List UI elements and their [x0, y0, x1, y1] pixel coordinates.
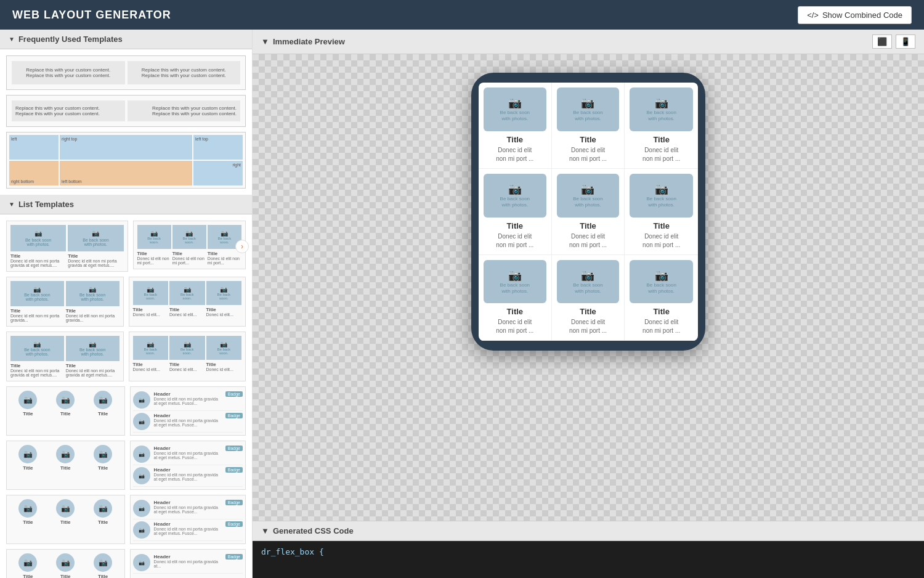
list-tmpl-circle-b[interactable]: 📷Title 📷Title 📷Title	[6, 441, 125, 490]
preview-label: Immediate Preview	[273, 37, 345, 46]
camera-icon-phone-6: 📷	[508, 269, 522, 282]
camera-icon-phone-4: 📷	[581, 182, 594, 196]
main-layout: ▼ Frequently Used Templates Replace this…	[0, 30, 924, 578]
template-2[interactable]: Replace this with your custom content.Re…	[6, 95, 246, 127]
list-item-2: 📷 Header Donec id elit non mi porta grav…	[133, 411, 243, 433]
list-content-d1: HeaderDonec id elit non mi porta gravida…	[154, 554, 222, 568]
phone-card-title-0: Title	[484, 135, 546, 144]
phone-card-grid: 📷 Be back soonwith photos. Title Donec i…	[479, 83, 698, 341]
list-tmpl-2col-b[interactable]: 📷 Be back soonwith photos. 📷 Be back soo…	[6, 277, 124, 327]
chevron-down-icon: ▼	[9, 36, 15, 43]
list-tmpl-2col[interactable]: 📷 Be back soonwith photos. 📷 Be back soo…	[6, 221, 128, 272]
list-tmpl-headers[interactable]: 📷 Header Donec id elit non mi porta grav…	[130, 386, 246, 436]
css-code: dr_flex_box {	[253, 541, 924, 578]
camera-icon-c1: 📷	[23, 396, 33, 404]
list-row-1: 📷 Be back soonwith photos. 📷 Be back soo…	[6, 221, 246, 272]
phone-card-5: 📷 Be back soonwith photos. Title Donec i…	[625, 169, 698, 255]
mobile-icon: 📱	[901, 37, 910, 46]
mini-card-2: 📷 Be back soonwith photos.	[68, 225, 123, 251]
phone-screen: 📷 Be back soonwith photos. Title Donec i…	[479, 83, 698, 341]
list-header-1: Header	[154, 391, 222, 397]
list-tmpl-2col-c[interactable]: 📷Be back soonwith photos. 📷Be back soonw…	[6, 332, 124, 381]
list-templates-header[interactable]: ▼ List Templates	[0, 195, 252, 214]
camera-icon-d3: 📷	[99, 558, 108, 567]
mobile-view-button[interactable]: 📱	[896, 35, 915, 49]
list-tmpl-headers-b[interactable]: 📷 HeaderDonec id elit non mi porta gravi…	[130, 441, 246, 490]
list-content-c1: HeaderDonec id elit non mi porta gravida…	[154, 500, 222, 514]
list-row-7: 📷Title 📷Title 📷Title 📷 HeaderDonec id el…	[6, 549, 246, 578]
phone-card-body-1: Donec id elitnon mi port ...	[557, 146, 620, 163]
t3-right-bottom: right bottom	[9, 161, 59, 185]
phone-img-text-0: Be back soonwith photos.	[500, 110, 530, 123]
camera-icon-7: 📷	[68, 286, 117, 293]
list-item-1: 📷 Header Donec id elit non mi porta grav…	[133, 389, 243, 411]
camera-icon-5: 📷	[210, 230, 239, 237]
list-tmpl-3col[interactable]: 📷 Be backsoon. 📷 Be backsoon. 📷 Be backs…	[133, 221, 246, 269]
list-icon-1: 📷	[133, 391, 150, 409]
phone-img-1: 📷 Be back soonwith photos.	[557, 88, 620, 131]
phone-img-5: 📷 Be back soonwith photos.	[630, 174, 693, 218]
mini-card-9: 📷Be backsoon.	[169, 281, 205, 305]
list-tmpl-circle-d[interactable]: 📷Title 📷Title 📷Title	[6, 549, 125, 578]
right-panel: ▼ Immediate Preview ⬛ 📱	[253, 30, 924, 578]
list-badge-1: Badge	[225, 391, 243, 397]
phone-img-6: 📷 Be back soonwith photos.	[484, 260, 546, 304]
list-header-2: Header	[154, 413, 222, 418]
list-templates-label: List Templates	[18, 200, 74, 209]
list-badge-2: Badge	[225, 413, 243, 418]
phone-mockup: 📷 Be back soonwith photos. Title Donec i…	[471, 73, 705, 351]
list-badge-d1: Badge	[225, 554, 243, 560]
list-content-b1: HeaderDonec id elit non mi porta gravida…	[154, 446, 222, 460]
list-badge-c3: Badge	[225, 521, 243, 527]
mini-card-14: 📷Be backsoon.	[169, 336, 205, 360]
css-header[interactable]: ▼ Generated CSS Code	[253, 521, 924, 541]
left-panel: ▼ Frequently Used Templates Replace this…	[0, 30, 253, 578]
template-3[interactable]: left right top left top right bottom lef…	[6, 132, 246, 189]
mini-card-15: 📷Be backsoon.	[206, 336, 242, 360]
next-arrow-button[interactable]: ›	[235, 240, 249, 253]
circle-card-3: 📷 Title	[86, 391, 121, 417]
css-section: ▼ Generated CSS Code dr_flex_box {	[253, 521, 924, 578]
circle-card-b1: 📷Title	[10, 445, 46, 471]
list-tmpl-3col-c[interactable]: 📷Be backsoon. 📷Be backsoon. 📷Be backsoon…	[129, 332, 246, 381]
camera-icon-phone-1: 📷	[581, 96, 594, 110]
list-with-header-d: 📷 HeaderDonec id elit non mi porta gravi…	[133, 552, 243, 574]
chevron-down-icon-2: ▼	[9, 201, 15, 208]
mini-card-1: 📷 Be back soonwith photos.	[10, 225, 66, 251]
camera-icon-9: 📷	[172, 286, 203, 293]
phone-card-body-8: Donec id elitnon mi port ...	[630, 318, 693, 335]
list-tmpl-headers-c[interactable]: 📷 HeaderDonec id elit non mi porta gravi…	[130, 495, 246, 544]
camera-icon-c3: 📷	[99, 396, 108, 404]
camera-icon-c2: 📷	[61, 396, 70, 404]
camera-icon-12: 📷	[68, 341, 117, 348]
phone-img-text-5: Be back soonwith photos.	[646, 196, 676, 209]
list-item-c2: 📷 HeaderDonec id elit non mi porta gravi…	[133, 519, 243, 541]
camera-icon-b2: 📷	[61, 450, 70, 458]
camera-icon-b1: 📷	[23, 450, 33, 458]
list-tmpl-circle[interactable]: 📷 Title 📷 Title 📷 Title	[6, 386, 125, 436]
phone-card-2: 📷 Be back soonwith photos. Title Donec i…	[625, 83, 698, 169]
phone-img-text-4: Be back soonwith photos.	[573, 196, 602, 209]
list-text-2: Donec id elit non mi porta gravida at eg…	[154, 418, 222, 427]
list-tmpl-circle-c[interactable]: 📷Title 📷Title 📷Title	[6, 495, 125, 544]
list-item-b2: 📷 HeaderDonec id elit non mi porta gravi…	[133, 465, 243, 487]
list-tmpl-headers-d[interactable]: 📷 HeaderDonec id elit non mi porta gravi…	[130, 549, 246, 578]
template-1[interactable]: Replace this with your custom content.Re…	[6, 55, 246, 90]
show-combined-button[interactable]: </> Show Combined Code	[798, 6, 912, 24]
phone-card-title-8: Title	[630, 307, 693, 316]
frequently-used-header[interactable]: ▼ Frequently Used Templates	[0, 30, 252, 49]
camera-icon-2: 📷	[70, 230, 121, 237]
list-with-header-content: 📷 Header Donec id elit non mi porta grav…	[133, 389, 243, 433]
camera-icon-14: 📷	[172, 341, 203, 348]
camera-icon-6: 📷	[13, 286, 62, 293]
phone-card-8: 📷 Be back soonwith photos. Title Donec i…	[625, 255, 698, 341]
phone-card-body-7: Donec id elitnon mi port ...	[557, 318, 620, 335]
phone-card-title-2: Title	[630, 135, 693, 144]
preview-canvas: 📷 Be back soonwith photos. Title Donec i…	[253, 54, 924, 521]
desktop-view-button[interactable]: ⬛	[872, 35, 892, 49]
phone-card-body-3: Donec id elitnon mi port ...	[484, 232, 546, 250]
phone-img-text-3: Be back soonwith photos.	[500, 196, 530, 209]
circle-card-d2: 📷Title	[48, 553, 83, 578]
list-tmpl-3col-b[interactable]: 📷Be backsoon. 📷Be backsoon. 📷Be backsoon…	[129, 277, 246, 327]
phone-img-2: 📷 Be back soonwith photos.	[630, 88, 693, 131]
